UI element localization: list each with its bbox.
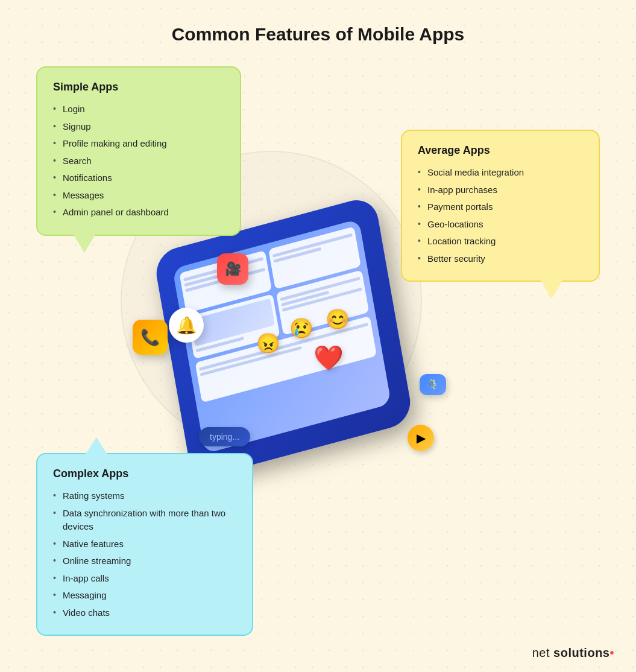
branding: net solutions•: [532, 646, 614, 660]
list-item: Messaging: [53, 587, 236, 604]
list-item: Better security: [418, 250, 583, 268]
list-item: Admin panel or dashboard: [53, 204, 224, 221]
typing-indicator: typing...: [199, 427, 250, 446]
average-apps-list: Social media integration In-app purchase…: [418, 164, 583, 267]
list-item: Location tracking: [418, 233, 583, 250]
angry-emoji: 😠: [256, 332, 280, 355]
list-item: Notifications: [53, 170, 224, 187]
list-item: In-app calls: [53, 570, 236, 588]
screen-line: [272, 233, 353, 258]
average-apps-title: Average Apps: [418, 144, 583, 157]
list-item: Video chats: [53, 604, 236, 622]
simple-apps-title: Simple Apps: [53, 81, 224, 94]
simple-apps-list: Login Signup Profile making and editing …: [53, 101, 224, 221]
list-item: Payment portals: [418, 198, 583, 216]
heart-icon: ❤️: [313, 344, 344, 372]
happy-emoji: 😊: [326, 308, 350, 331]
complex-apps-title: Complex Apps: [53, 468, 236, 480]
sad-emoji: 😢: [289, 317, 313, 340]
list-item: Search: [53, 153, 224, 170]
complex-apps-bubble: Complex Apps Rating systems Data synchro…: [36, 453, 253, 636]
list-item: Online streaming: [53, 553, 236, 570]
list-item: Data synchronization with more than two …: [53, 505, 236, 536]
list-item: Login: [53, 101, 224, 118]
notification-icon: 🔔: [169, 308, 204, 343]
page-title: Common Features of Mobile Apps: [0, 0, 636, 45]
list-item: Social media integration: [418, 164, 583, 182]
list-item: Messages: [53, 187, 224, 204]
list-item: Native features: [53, 536, 236, 553]
simple-apps-bubble: Simple Apps Login Signup Profile making …: [36, 66, 241, 236]
list-item: In-app purchases: [418, 182, 583, 199]
branding-bold: solutions: [553, 646, 609, 659]
phone-screen: [172, 219, 391, 454]
video-icon: 🎥: [217, 253, 248, 285]
average-apps-bubble: Average Apps Social media integration In…: [401, 130, 600, 282]
list-item: Rating systems: [53, 487, 236, 505]
branding-dot: •: [609, 646, 614, 659]
send-button[interactable]: ▶: [408, 425, 434, 451]
list-item: Signup: [53, 118, 224, 136]
list-item: Geo-locations: [418, 216, 583, 233]
mic-icon: 🎙️: [420, 374, 446, 395]
phone-call-icon: 📞: [133, 320, 168, 355]
list-item: Profile making and editing: [53, 135, 224, 153]
complex-apps-list: Rating systems Data synchronization with…: [53, 487, 236, 621]
screen-content: [172, 219, 391, 454]
